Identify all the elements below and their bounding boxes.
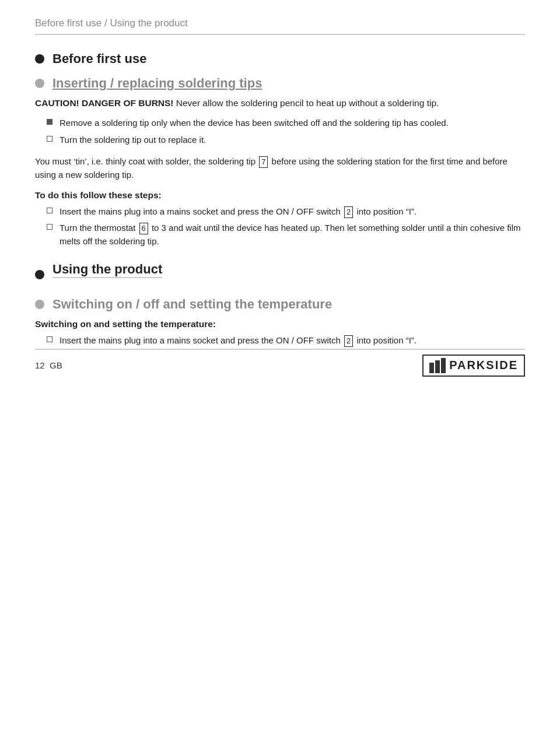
- before-first-use-heading: Before first use: [35, 51, 525, 66]
- caution-text: Never allow the soldering pencil to heat…: [176, 98, 439, 108]
- switching-title: Switching on / off and setting the tempe…: [52, 297, 332, 312]
- page-footer: 12 GB PARKSIDE: [35, 349, 525, 377]
- bullet-item-text-1: Remove a soldering tip only when the dev…: [60, 117, 449, 130]
- steps-list: Insert the mains plug into a mains socke…: [47, 205, 525, 248]
- thermostat-badge-6: 6: [139, 223, 148, 234]
- inserting-subheading: Inserting / replacing soldering tips: [35, 76, 525, 91]
- page-header: Before first use / Using the product: [35, 17, 525, 35]
- using-product-title: Using the product: [52, 262, 162, 276]
- page-number: 12 GB: [35, 360, 62, 370]
- tin-text-1: You must ‘tin’, i.e. thinly coat with so…: [35, 156, 256, 166]
- step-text-1: Insert the mains plug into a mains socke…: [60, 205, 416, 219]
- bullet-filled-icon-2: [35, 270, 44, 279]
- empty-square-icon: [47, 208, 52, 213]
- step-item-2: Turn the thermostat 6 to 3 and wait unti…: [47, 222, 525, 248]
- section-divider: [52, 277, 162, 278]
- caution-block: CAUTION! DANGER OF BURNS! Never allow th…: [35, 98, 525, 108]
- bullet-list: Remove a soldering tip only when the dev…: [47, 117, 525, 146]
- page-header-title: Before first use / Using the product: [35, 17, 188, 29]
- empty-square-icon: [47, 224, 52, 230]
- switching-subheading: Switching on / off and setting the tempe…: [35, 297, 525, 312]
- filled-square-icon: [47, 119, 52, 125]
- danger-label: DANGER OF BURNS!: [82, 98, 174, 108]
- brand-name: PARKSIDE: [449, 359, 518, 372]
- switching-step-item: Insert the mains plug into a mains socke…: [47, 334, 525, 348]
- caution-label: CAUTION!: [35, 98, 79, 108]
- list-item: Turn the soldering tip out to replace it…: [47, 134, 525, 147]
- bullet-gray-icon-2: [35, 300, 44, 309]
- list-item: Remove a soldering tip only when the dev…: [47, 117, 525, 130]
- switching-step-text: Insert the mains plug into a mains socke…: [60, 334, 416, 348]
- step-text-2: Turn the thermostat 6 to 3 and wait unti…: [60, 222, 525, 248]
- switch-badge-2b: 2: [344, 335, 353, 347]
- tin-paragraph: You must ‘tin’, i.e. thinly coat with so…: [35, 155, 525, 182]
- empty-square-icon: [47, 336, 52, 342]
- brand-logo: PARKSIDE: [422, 355, 525, 377]
- slash-3: [441, 358, 446, 373]
- bullet-gray-icon: [35, 79, 44, 88]
- using-product-section: Using the product Switching on / off and…: [35, 262, 525, 348]
- bullet-item-text-2: Turn the soldering tip out to replace it…: [60, 134, 206, 147]
- step-item-1: Insert the mains plug into a mains socke…: [47, 205, 525, 219]
- empty-square-icon: [47, 136, 52, 142]
- slash-2: [435, 360, 440, 373]
- switch-badge-2: 2: [344, 206, 353, 218]
- slash-1: [429, 363, 434, 373]
- switching-on-heading: Switching on and setting the temperature…: [35, 319, 525, 329]
- tip-badge-7: 7: [259, 156, 268, 168]
- using-product-heading: Using the product: [35, 262, 525, 287]
- bullet-filled-icon: [35, 54, 44, 64]
- switching-steps: Insert the mains plug into a mains socke…: [47, 334, 525, 348]
- steps-heading: To do this follow these steps:: [35, 190, 525, 201]
- inserting-title: Inserting / replacing soldering tips: [52, 76, 262, 91]
- brand-slashes-icon: [429, 358, 447, 373]
- before-first-use-title: Before first use: [52, 51, 146, 66]
